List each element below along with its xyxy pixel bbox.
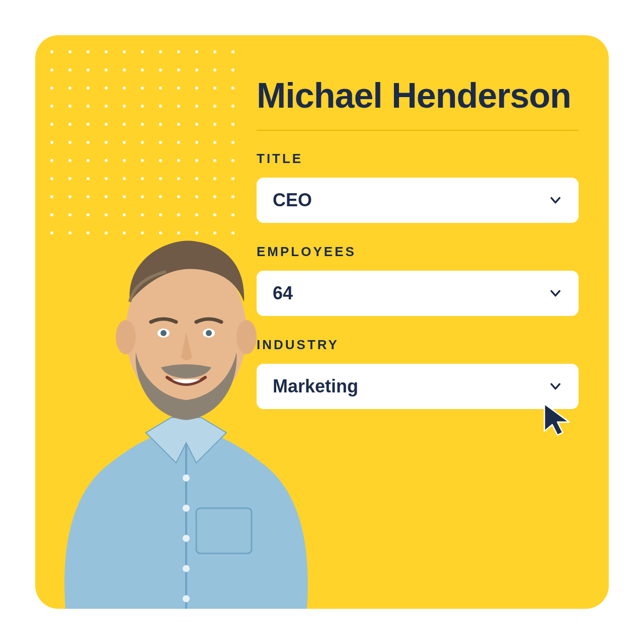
- dot-grid-decoration: [50, 50, 234, 234]
- cursor-icon: [541, 403, 574, 438]
- title-value: CEO: [273, 190, 312, 211]
- industry-select[interactable]: Marketing: [257, 364, 579, 409]
- chevron-down-icon: [548, 286, 562, 300]
- svg-point-2: [183, 505, 190, 512]
- field-label-title: TITLE: [257, 151, 579, 167]
- title-select[interactable]: CEO: [257, 178, 579, 223]
- svg-point-1: [183, 474, 190, 481]
- chevron-down-icon: [548, 379, 562, 393]
- industry-value: Marketing: [273, 376, 358, 397]
- svg-point-8: [236, 320, 257, 354]
- profile-form: Michael Henderson TITLE CEO EMPLOYEES 64…: [257, 75, 579, 430]
- svg-point-3: [183, 535, 190, 542]
- profile-card: Michael Henderson TITLE CEO EMPLOYEES 64…: [35, 35, 609, 609]
- chevron-down-icon: [548, 193, 562, 207]
- field-label-industry: INDUSTRY: [257, 337, 579, 353]
- field-label-employees: EMPLOYEES: [257, 244, 579, 260]
- employees-select[interactable]: 64: [257, 271, 579, 316]
- svg-point-5: [183, 595, 190, 602]
- svg-point-4: [183, 565, 190, 572]
- svg-point-7: [116, 320, 136, 354]
- profile-name: Michael Henderson: [257, 75, 579, 116]
- field-employees: EMPLOYEES 64: [257, 244, 579, 316]
- field-title: TITLE CEO: [257, 151, 579, 223]
- svg-point-10: [160, 330, 167, 336]
- svg-point-12: [206, 330, 212, 336]
- field-industry: INDUSTRY Marketing: [257, 337, 579, 409]
- employees-value: 64: [273, 283, 293, 304]
- divider: [257, 130, 579, 131]
